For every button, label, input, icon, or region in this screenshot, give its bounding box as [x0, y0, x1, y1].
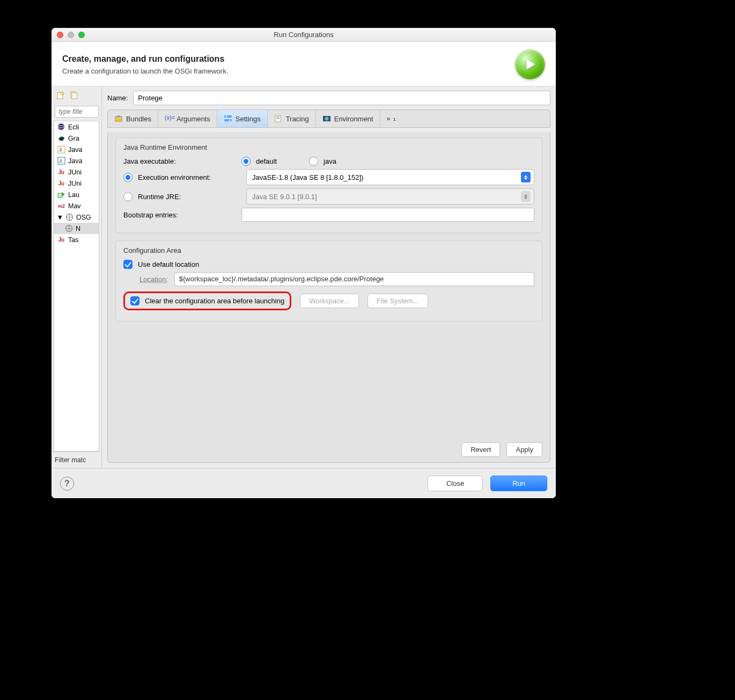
jre-group-title: Java Runtime Environment [123, 143, 534, 151]
bootstrap-input[interactable] [241, 208, 534, 222]
environment-icon [322, 114, 331, 123]
tree-item-task[interactable]: JᴜTas [54, 234, 99, 245]
apply-button[interactable]: Apply [506, 442, 542, 457]
maven-icon: m2 [57, 202, 65, 210]
tree-item-eclipse[interactable]: Ecli [54, 121, 99, 133]
tree-item-label: Java [68, 157, 82, 165]
name-input[interactable] [133, 91, 550, 105]
location-label: Location: [139, 275, 168, 283]
svg-rect-21 [224, 119, 232, 121]
name-label: Name: [107, 94, 128, 102]
tab-arguments[interactable]: (x)=Arguments [158, 110, 217, 127]
svg-rect-11 [58, 193, 62, 198]
close-button[interactable]: Close [428, 476, 483, 491]
java-exec-default-radio[interactable] [241, 157, 251, 166]
execution-env-select[interactable]: JavaSE-1.8 (Java SE 8 [1.8.0_152]) [246, 169, 534, 185]
execution-env-label: Execution environment: [138, 173, 241, 181]
bottom-bar: ? Close Run [52, 468, 556, 498]
svg-text:J: J [59, 158, 62, 164]
tab-bundles[interactable]: Bundles [108, 110, 158, 127]
tree-item-java2[interactable]: JJava [54, 155, 99, 166]
tree-item-osgi[interactable]: ▼OSG [54, 212, 99, 223]
tree-item-label: Java [68, 146, 82, 154]
svg-point-23 [229, 120, 231, 121]
tree-item-label: Ecli [68, 123, 79, 131]
svg-rect-19 [117, 115, 120, 117]
tree-item-label: OSG [76, 214, 91, 221]
settings-tab-content: Java Runtime Environment Java executable… [107, 132, 550, 463]
config-tree[interactable]: Ecli Gra JJava JJava JᴜJUni JᴜJUni Lau m… [54, 121, 99, 451]
runtime-jre-radio[interactable] [123, 192, 133, 201]
filesystem-button[interactable]: File System... [367, 294, 428, 308]
launch-group-icon [57, 191, 65, 199]
duplicate-config-icon[interactable] [69, 91, 78, 100]
use-default-location-checkbox[interactable] [123, 260, 133, 269]
tabs: Bundles (x)=Arguments Settings Tracing E… [107, 110, 550, 128]
header-title: Create, manage, and run configurations [62, 54, 228, 64]
run-button[interactable]: Run [490, 476, 547, 491]
tab-settings[interactable]: Settings [217, 110, 268, 127]
revert-button[interactable]: Revert [461, 442, 500, 457]
svg-rect-25 [276, 116, 280, 118]
clear-config-label: Clear the configuration area before laun… [145, 297, 284, 305]
use-default-location-label: Use default location [138, 260, 199, 268]
runtime-jre-label: Runtime JRE: [138, 193, 241, 201]
tree-item-label: Gra [68, 135, 79, 142]
tree-item-label: JUni [68, 180, 82, 187]
tree-item-osgi-child[interactable]: N [54, 223, 99, 234]
clear-config-highlight: Clear the configuration area before laun… [123, 291, 291, 310]
svg-point-5 [58, 123, 64, 130]
tree-item-label: N [76, 225, 80, 232]
location-input[interactable]: ${workspace_loc}/.metadata/.plugins/org.… [174, 272, 534, 286]
tab-label: Settings [236, 115, 261, 123]
select-arrows-icon [521, 172, 531, 183]
execution-env-radio[interactable] [123, 173, 133, 182]
workspace-button[interactable]: Workspace... [300, 294, 359, 308]
filter-input[interactable] [55, 106, 99, 118]
junit-icon: Jᴜ [57, 179, 65, 187]
runtime-jre-select: Java SE 9.0.1 [9.0.1] [246, 188, 534, 205]
main-panel: Name: Bundles (x)=Arguments Settings Tra… [102, 86, 556, 468]
clear-config-checkbox[interactable] [130, 296, 139, 305]
svg-point-2 [61, 92, 64, 95]
config-area-group: Configuration Area Use default location … [115, 240, 542, 322]
junit-icon: Jᴜ [57, 168, 65, 176]
tab-label: Environment [334, 115, 373, 123]
disclosure-icon[interactable]: ▼ [57, 215, 63, 220]
bundles-icon [114, 114, 123, 123]
tree-item-label: Tas [68, 236, 78, 244]
execution-env-value: JavaSE-1.8 (Java SE 8 [1.8.0_152]) [252, 173, 363, 181]
titlebar: Run Configurations [52, 28, 556, 42]
tree-item-java1[interactable]: JJava [54, 144, 99, 155]
java-exec-java-radio[interactable] [309, 157, 318, 166]
gradle-icon [57, 134, 65, 142]
tab-overflow[interactable]: »₁ [380, 110, 403, 127]
tree-item-junit2[interactable]: JᴜJUni [54, 178, 99, 189]
help-button[interactable]: ? [60, 477, 74, 491]
arguments-icon: (x)= [165, 114, 173, 123]
tree-item-label: Lau [68, 191, 79, 199]
tab-label: ₁ [393, 115, 396, 122]
junit-icon: Jᴜ [57, 236, 65, 244]
configurations-sidebar: Ecli Gra JJava JJava JᴜJUni JᴜJUni Lau m… [52, 86, 102, 468]
tree-item-junit1[interactable]: JᴜJUni [54, 166, 99, 178]
filter-matched-label: Filter matc [52, 451, 101, 468]
new-config-icon[interactable] [56, 91, 65, 100]
tree-item-maven[interactable]: m2Mav [54, 200, 99, 212]
osgi-icon [65, 213, 74, 221]
tree-item-launch[interactable]: Lau [54, 189, 99, 200]
tracing-icon [274, 114, 283, 123]
tree-item-gradle[interactable]: Gra [54, 133, 99, 144]
java-icon: J [57, 157, 65, 165]
tree-item-label: JUni [68, 169, 82, 176]
select-arrows-icon [521, 191, 531, 202]
svg-rect-4 [72, 93, 77, 99]
tab-tracing[interactable]: Tracing [268, 110, 316, 127]
tab-environment[interactable]: Environment [316, 110, 380, 127]
svg-marker-0 [527, 59, 535, 70]
eclipse-icon [57, 123, 65, 131]
tab-label: Bundles [126, 115, 151, 123]
svg-point-22 [226, 116, 227, 118]
osgi-icon [65, 224, 73, 232]
runtime-jre-value: Java SE 9.0.1 [9.0.1] [252, 193, 317, 201]
